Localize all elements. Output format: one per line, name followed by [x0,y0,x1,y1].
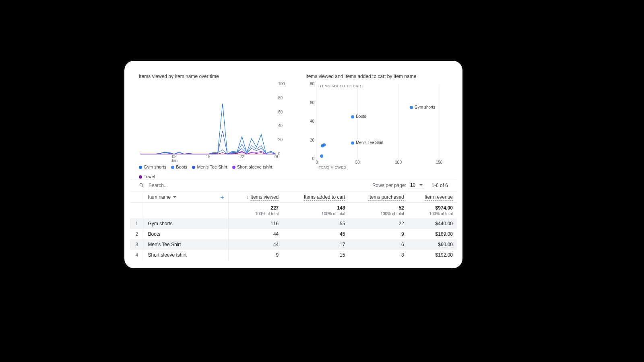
sort-descending-icon: ↓ [246,194,249,200]
row-item-name: Boots [144,229,228,239]
legend-item[interactable]: Boots [171,165,187,169]
svg-text:100: 100 [395,160,402,165]
row-metric: 9 [349,229,408,239]
svg-text:22: 22 [239,154,244,159]
total-items-added: 148100% of total [283,203,349,219]
row-metric: 55 [283,218,349,229]
dimension-header[interactable]: Item name + [144,192,228,203]
svg-text:ITEMS ADDED TO CART: ITEMS ADDED TO CART [318,84,363,88]
table-row[interactable]: 1Gym shorts1165522$440.00 [130,218,457,229]
svg-text:Jan: Jan [171,158,178,162]
row-index: 3 [130,239,144,250]
table-row[interactable]: 2Boots44459$189.00 [130,229,457,239]
charts-row: Items viewed by Item name over time 0204… [130,66,457,179]
svg-text:100: 100 [278,82,285,86]
table-row[interactable]: 3Men's Tee Shirt44176$60.00 [130,239,457,250]
row-item-name: Men's Tee Shirt [144,239,228,250]
svg-text:60: 60 [310,101,315,105]
col-header-items-added[interactable]: Items added to cart [283,192,349,203]
row-metric: $60.00 [408,239,457,250]
caret-down-icon [173,196,176,198]
row-metric: 8 [349,250,408,260]
caret-down-icon [419,184,423,186]
total-items-purchased: 52100% of total [349,203,408,219]
svg-text:20: 20 [310,138,315,142]
total-items-viewed: 227100% of total [228,203,283,219]
svg-text:80: 80 [278,96,283,100]
row-metric: 15 [283,250,349,260]
dimension-label: Item name [148,194,171,200]
row-metric: 44 [228,239,283,250]
col-header-items-purchased[interactable]: Items purchased [349,192,408,203]
svg-text:0: 0 [316,160,318,165]
row-metric: 22 [349,218,408,229]
row-index: 1 [130,218,144,229]
scatter-chart-card: Items viewed and Items added to cart by … [297,66,457,179]
legend-color-dot [139,175,142,179]
add-dimension-button[interactable]: + [220,194,224,201]
row-metric: 45 [283,229,349,239]
data-table: Item name + ↓Items viewed Items added to… [130,192,457,263]
pagination-range: 1-6 of 6 [431,183,448,188]
legend-item[interactable]: Towel [139,174,155,179]
svg-text:Boots: Boots [356,114,366,119]
legend-label: Short sleeve tshirt [237,165,272,169]
total-item-revenue: $974.00100% of total [408,203,457,219]
row-metric: $189.00 [408,229,457,239]
legend-label: Boots [176,165,187,169]
line-chart-legend: Gym shortsBootsMen's Tee ShirtShort slee… [139,165,288,179]
table-toolbar: Rows per page: 10 1-6 of 6 [130,179,457,192]
rows-per-page-value: 10 [410,182,415,188]
col-header-item-revenue[interactable]: Item revenue [408,192,457,203]
legend-color-dot [192,166,195,169]
legend-label: Towel [144,174,155,179]
svg-text:40: 40 [278,123,283,128]
svg-text:60: 60 [278,110,283,114]
row-metric: 9 [228,250,283,260]
row-metric: 116 [228,218,283,229]
rows-per-page-label: Rows per page: [372,183,406,188]
legend-color-dot [171,166,174,169]
line-chart-card: Items viewed by Item name over time 0204… [130,66,297,179]
line-chart-title: Items viewed by Item name over time [139,74,288,79]
search-icon [139,183,144,188]
row-item-name: Short sleeve tshirt [144,250,228,260]
legend-label: Gym shorts [144,165,166,169]
device-frame: Items viewed by Item name over time 0204… [124,61,462,268]
svg-point-29 [351,115,354,118]
row-metric: 6 [349,239,408,250]
report-panel: Items viewed by Item name over time 0204… [130,66,457,263]
legend-item[interactable]: Men's Tee Shirt [192,165,227,169]
table-row[interactable]: 4Short sleeve tshirt9158$192.00 [130,250,457,260]
row-metric: $192.00 [408,250,457,260]
svg-text:ITEMS VIEWED: ITEMS VIEWED [318,165,347,169]
legend-label: Men's Tee Shirt [197,165,227,169]
svg-text:20: 20 [278,138,283,142]
line-chart-body[interactable]: 02040608010008Jan152229 [139,82,288,162]
svg-text:150: 150 [436,160,442,165]
svg-text:40: 40 [310,119,315,123]
svg-text:0: 0 [312,156,314,161]
row-metric: 17 [283,239,349,250]
svg-text:29: 29 [273,154,278,159]
scatter-chart-body[interactable]: 050100150020406080ITEMS ADDED TO CARTITE… [305,82,448,162]
svg-point-27 [410,106,413,109]
rows-per-page-select[interactable]: 10 [409,182,424,189]
svg-text:Gym shorts: Gym shorts [415,105,435,109]
legend-item[interactable]: Gym shorts [139,165,166,169]
legend-color-dot [232,166,235,169]
row-metric: 44 [228,229,283,239]
col-header-items-viewed[interactable]: ↓Items viewed [228,192,283,203]
svg-text:50: 50 [355,160,360,165]
svg-text:80: 80 [310,82,315,86]
row-index: 2 [130,229,144,239]
svg-text:15: 15 [206,154,211,159]
search-input[interactable] [148,182,228,189]
row-metric: $440.00 [408,218,457,229]
row-index: 4 [130,250,144,260]
legend-item[interactable]: Short sleeve tshirt [232,165,272,169]
row-item-name: Gym shorts [144,218,228,229]
scatter-chart-title: Items viewed and Items added to cart by … [305,74,448,79]
legend-color-dot [139,166,142,169]
svg-point-35 [320,154,323,158]
